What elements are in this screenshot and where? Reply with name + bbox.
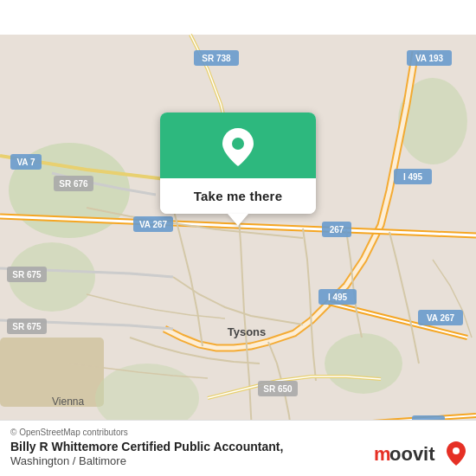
svg-point-35	[232, 138, 244, 150]
svg-text:SR 675: SR 675	[12, 270, 42, 280]
svg-text:I 495: I 495	[328, 293, 348, 302]
take-me-there-button[interactable]: Take me there	[160, 178, 316, 214]
svg-text:SR 676: SR 676	[59, 179, 88, 189]
svg-text:m: m	[374, 443, 391, 465]
svg-text:SR 738: SR 738	[202, 54, 231, 63]
popup-card: Take me there	[160, 113, 316, 214]
svg-text:267: 267	[330, 225, 344, 235]
moovit-logo-svg: m oovit	[374, 441, 443, 466]
svg-text:Tysons: Tysons	[228, 325, 267, 338]
location-pin-icon	[222, 128, 254, 166]
svg-text:VA 267: VA 267	[427, 313, 455, 323]
svg-point-3	[325, 333, 402, 394]
info-bar: © OpenStreetMap contributors Billy R Whi…	[0, 420, 476, 476]
popup: Take me there	[160, 113, 316, 226]
moovit-pin-icon	[447, 441, 466, 466]
svg-text:SR 650: SR 650	[263, 384, 293, 394]
svg-text:VA 7: VA 7	[16, 158, 35, 167]
map-attribution: © OpenStreetMap contributors	[10, 428, 466, 437]
map-background: SR 738 VA 193 VA 7 SR 676 VA 267 I 495 2…	[0, 0, 476, 476]
place-name: Billy R Whittemore Certified Public Acco…	[10, 440, 283, 453]
svg-text:oovit: oovit	[389, 443, 435, 465]
svg-text:SR 675: SR 675	[12, 322, 42, 331]
map-container: SR 738 VA 193 VA 7 SR 676 VA 267 I 495 2…	[0, 0, 476, 476]
place-region: Washington / Baltimore	[10, 454, 283, 467]
popup-tail	[228, 214, 248, 226]
svg-text:I 495: I 495	[403, 172, 423, 182]
moovit-logo: m oovit	[374, 441, 466, 466]
svg-text:Vienna: Vienna	[52, 396, 84, 408]
svg-text:VA 193: VA 193	[415, 54, 444, 63]
svg-point-38	[453, 447, 460, 454]
popup-green-header	[160, 113, 316, 178]
